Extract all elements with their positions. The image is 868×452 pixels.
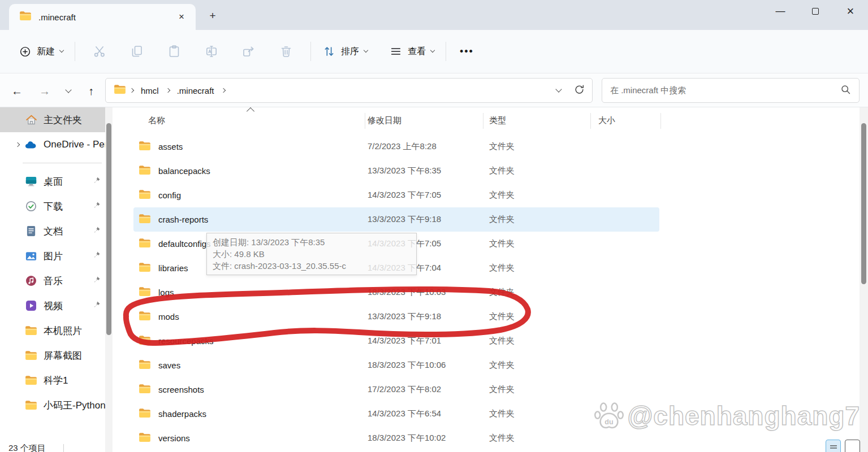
sidebar-item-label: 屏幕截图 [44,349,105,362]
file-row-saves[interactable]: saves18/3/2023 下午10:06文件夹 [133,353,659,377]
share-button[interactable] [230,39,267,64]
vertical-scrollbar-thumb[interactable] [861,123,866,284]
minimize-button[interactable]: — [763,0,798,23]
view-button[interactable]: 查看 [383,40,440,63]
delete-icon [279,45,293,58]
column-header-date[interactable]: 修改日期 [368,115,401,126]
address-bar[interactable]: hmcl .minecraft [105,78,593,103]
refresh-icon[interactable] [573,84,585,98]
search-box[interactable]: 在 .minecraft 中搜索 [602,78,860,103]
sidebar-scrollbar-thumb[interactable] [106,123,111,335]
file-type: 文件夹 [489,305,591,329]
file-date: 14/3/2023 下午7:05 [368,183,486,207]
up-button[interactable]: ↑ [81,82,101,99]
file-row-shaderpacks[interactable]: shaderpacks14/3/2023 下午6:54文件夹 [133,402,659,426]
maximize-button[interactable] [798,0,833,23]
paste-button[interactable] [156,39,193,64]
sidebar-item-onedrive[interactable]: OneDrive - Per [0,132,105,157]
breadcrumb-minecraft[interactable]: .minecraft [174,84,218,98]
pin-icon [93,201,101,211]
recent-locations-button[interactable] [59,82,78,99]
file-name: logs [158,288,174,297]
file-row-crash-reports[interactable]: crash-reports13/3/2023 下午9:18文件夹 [133,207,659,232]
pin-icon [93,276,101,286]
sidebar-item-label: 视频 [44,299,93,312]
file-row-resourcepacks[interactable]: resourcepacks14/3/2023 下午7:01文件夹 [133,329,659,353]
breadcrumb-hmcl[interactable]: hmcl [137,84,162,98]
file-row-assets[interactable]: assets7/2/2023 上午8:28文件夹 [133,134,659,159]
folder-icon [139,165,151,177]
column-header-size[interactable]: 大小 [598,115,615,126]
file-name: saves [158,360,180,370]
pin-icon [93,176,101,186]
tooltip-line: 大小: 49.8 KB [213,248,411,260]
file-type: 文件夹 [489,280,591,305]
column-divider[interactable] [365,113,365,129]
sidebar-item-label: OneDrive - Per [44,139,105,150]
downloads-icon [24,201,38,212]
search-icon [840,84,851,97]
file-row-balancepacks[interactable]: balancepacks13/3/2023 下午8:35文件夹 [133,159,659,183]
more-options-button[interactable]: ••• [452,42,482,61]
file-tooltip: 创建日期: 13/3/2023 下午8:35大小: 49.8 KB文件: cra… [206,233,417,275]
pin-icon [93,301,101,311]
sidebar-item-downloads[interactable]: 下载 [0,194,105,219]
address-dropdown-icon[interactable] [555,86,562,92]
file-type: 文件夹 [489,232,591,256]
share-icon [242,45,256,58]
sidebar-item-xiaomawang-python[interactable]: 小码王-Python- [0,393,105,418]
new-button[interactable]: 新建 [12,40,69,63]
sidebar-item-screenshots[interactable]: 屏幕截图 [0,343,105,368]
rename-button[interactable] [193,39,230,64]
vertical-scrollbar[interactable] [860,107,868,452]
folder-icon [114,84,126,97]
column-divider[interactable] [660,113,661,129]
column-divider[interactable] [590,113,591,129]
sort-button[interactable]: 排序 [317,40,373,63]
folder-icon [139,262,151,274]
folder-icon [24,375,38,385]
file-row-screenshots[interactable]: screenshots17/2/2023 下午8:02文件夹 [133,377,659,402]
close-button[interactable]: × [833,0,868,23]
sidebar-item-desktop[interactable]: 桌面 [0,169,105,194]
sidebar-item-documents[interactable]: 文档 [0,219,105,244]
file-type: 文件夹 [489,329,591,353]
sidebar-scrollbar[interactable] [105,107,113,452]
tab-close-icon[interactable]: × [174,10,189,24]
plus-circle-icon [18,45,32,58]
delete-button[interactable] [267,39,305,64]
file-date: 18/3/2023 下午10:06 [368,353,486,377]
file-name: config [158,190,181,200]
sidebar-item-pictures[interactable]: 图片 [0,244,105,268]
column-header-type[interactable]: 类型 [489,115,506,126]
new-tab-button[interactable]: + [205,9,221,23]
column-divider[interactable] [483,113,483,129]
file-date: 13/3/2023 下午8:35 [368,159,486,183]
cut-button[interactable] [81,39,118,64]
chevron-right-icon[interactable] [15,142,20,147]
file-date: 13/3/2023 下午9:18 [368,305,486,329]
file-name: defaultconfigs [158,239,211,249]
sort-arrows-icon [322,45,336,58]
divider [446,42,446,61]
copy-icon [130,45,144,58]
sidebar-item-local-photos[interactable]: 本机照片 [0,318,105,343]
sidebar-item-home[interactable]: 主文件夹 [0,107,105,132]
back-button[interactable]: ← [7,82,27,99]
sidebar-item-music[interactable]: 音乐 [0,268,105,293]
explorer-tab[interactable]: .minecraft × [9,4,196,30]
divider [63,444,64,452]
column-header-name[interactable]: 名称 [148,115,165,126]
home-icon [24,114,38,126]
forward-button[interactable]: → [35,82,54,99]
copy-button[interactable] [118,39,156,64]
file-row-logs[interactable]: logs18/3/2023 下午10:03文件夹 [133,280,659,305]
details-view-button[interactable] [826,440,841,452]
sidebar-item-videos[interactable]: 视频 [0,293,105,318]
sidebar-item-kexue1[interactable]: 科学1 [0,368,105,393]
file-row-config[interactable]: config14/3/2023 下午7:05文件夹 [133,183,659,207]
chevron-down-icon [364,48,368,53]
file-row-mods[interactable]: mods13/3/2023 下午9:18文件夹 [133,305,659,329]
large-icons-view-button[interactable] [845,440,860,452]
column-headers: 名称 修改日期 类型 大小 [119,111,860,131]
